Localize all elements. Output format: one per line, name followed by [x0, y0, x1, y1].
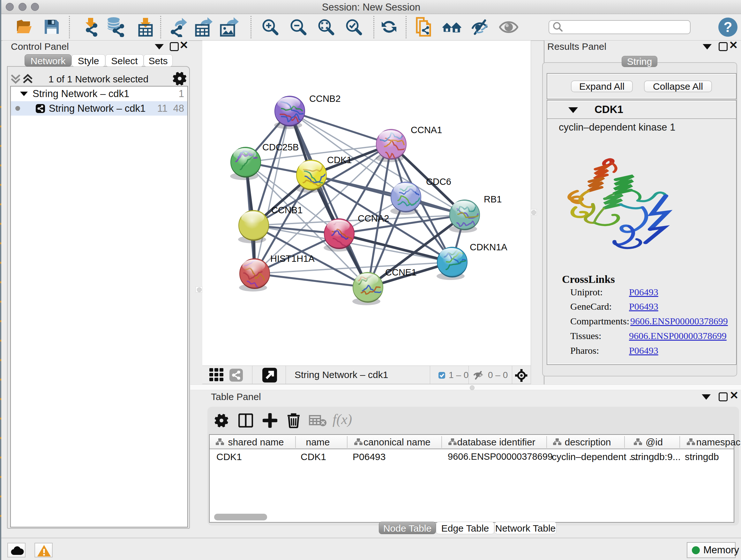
svg-text:CCNB1: CCNB1: [271, 205, 302, 215]
svg-text:CCNE1: CCNE1: [385, 267, 416, 277]
svg-text:CCNA2: CCNA2: [358, 213, 389, 224]
svg-text:CDC25B: CDC25B: [262, 142, 299, 152]
svg-text:CCNB2: CCNB2: [309, 94, 340, 104]
svg-text:CCNA1: CCNA1: [411, 125, 442, 135]
svg-text:CDK1: CDK1: [327, 155, 352, 165]
svg-text:CDKN1A: CDKN1A: [470, 242, 508, 252]
svg-text:CDC6: CDC6: [426, 177, 451, 187]
svg-text:RB1: RB1: [484, 194, 502, 204]
svg-text:HIST1H1A: HIST1H1A: [270, 253, 315, 264]
